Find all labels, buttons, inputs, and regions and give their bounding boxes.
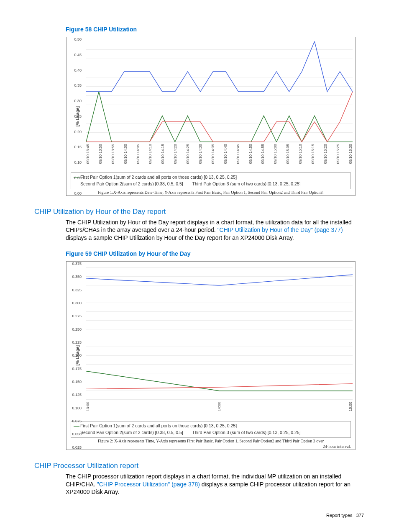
legend-item-1: First Pair Option 1(sum of 2 cards and a… [80,175,237,180]
figure-58-chart: [% Usage] 0.000.050.100.150.200.250.300.… [66,37,356,196]
section-2-body: The CHIP processor utilization report di… [66,473,366,496]
chart-legend: First Pair Option 1(sum of 2 cards and a… [71,172,351,189]
link-chip-proc-util[interactable]: "CHIP Processor Utilization" (page 378) [97,481,200,488]
section-1-post: displays a sample CHIP Utilization by Ho… [66,234,294,241]
figure-58-title: Figure 58 CHIP Utilization [66,26,366,33]
footer-label: Report types [326,513,352,518]
figure-58-caption: Figure 1:X-Axis represents Date-Time, Y-… [69,190,353,195]
y-ticks: 0.000.050.100.150.200.250.300.350.400.45… [69,37,82,195]
section-chip-util-hour-title: CHIP Utilization by Hour of the Day repo… [34,208,366,216]
plot-area [86,41,353,142]
legend-item-3: Third Pair Option 3 (sum of two cards) [… [192,181,301,186]
footer-page: 377 [356,513,364,518]
legend-item-2: Second Pair Option 2(sum of 2 cards) [0.… [80,430,183,435]
link-chip-util-hour[interactable]: "CHIP Utilization by Hour of the Day" (p… [217,226,343,233]
y-ticks: 0.0250.0500.0750.1000.1250.1500.1750.200… [69,262,82,450]
plot-area [86,266,353,400]
section-chip-proc-util-title: CHIP Processor Utilization report [34,462,366,470]
figure-59-caption-2: 24-hour interval. [69,444,353,449]
legend-item-3: Third Pair Option 3 (sum of two cards) [… [192,430,301,435]
section-1-body: The CHIP Utilization by Hour of the Day … [66,218,366,242]
figure-59-title: Figure 59 CHIP Utilization by Hour of th… [66,250,366,257]
x-ticks: 09/10 13:4509/10 13:5009/10 13:5509/10 1… [86,144,353,169]
x-ticks: 13:0014:0015:00 [86,402,353,417]
figure-59-caption-1: Figure 2: X-Axis represents Time, Y-Axis… [69,439,353,443]
figure-59-chart: [% Usage] 0.0250.0500.0750.1000.1250.150… [66,261,356,450]
legend-item-2: Second Pair Option 2(sum of 2 cards) [0.… [80,181,183,186]
legend-item-1: First Pair Option 1(sum of 2 cards and a… [80,423,237,428]
page-footer: Report types 377 [34,513,366,518]
chart-legend: First Pair Option 1(sum of 2 cards and a… [71,421,351,438]
